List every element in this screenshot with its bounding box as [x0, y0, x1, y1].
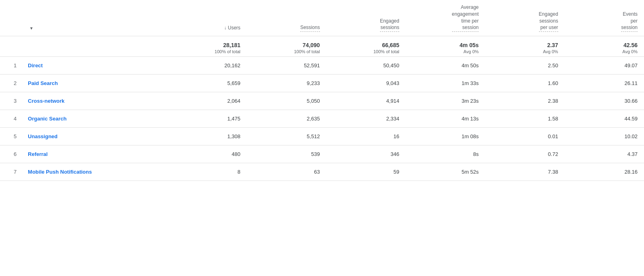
row-engaged-per-user: 2.50 [485, 57, 564, 75]
row-index: 5 [0, 128, 21, 145]
row-engaged-sessions: 59 [326, 163, 406, 181]
table-row: 2 Paid Search 5,659 9,233 9,043 1m 33s 1… [0, 75, 644, 92]
row-index: 6 [0, 145, 21, 163]
row-engaged-per-user: 0.72 [485, 145, 564, 163]
row-engaged-sessions: 50,450 [326, 57, 406, 75]
row-engaged-sessions: 4,914 [326, 92, 406, 110]
totals-engaged-sessions: 66,685 100% of total [326, 36, 406, 57]
engaged-per-user-label: Engagedsessionsper user [539, 11, 558, 32]
row-avg-engagement: 1m 33s [406, 75, 485, 92]
avg-engagement-label: Averageengagementtime persession [452, 4, 479, 32]
row-users: 1,475 [167, 110, 247, 128]
engaged-sessions-label: Engagedsessions [380, 18, 399, 32]
row-events-per-session: 49.07 [565, 57, 644, 75]
row-dimension[interactable]: Paid Search [21, 75, 167, 92]
row-events-per-session: 4.37 [565, 145, 644, 163]
report-table: ▾ ↓ Users Sessions Engagedsessions Avera… [0, 0, 644, 181]
sessions-label: Sessions [300, 24, 320, 32]
row-engaged-per-user: 7.38 [485, 163, 564, 181]
row-avg-engagement: 5m 52s [406, 163, 485, 181]
row-engaged-sessions: 346 [326, 145, 406, 163]
row-events-per-session: 44.59 [565, 110, 644, 128]
row-sessions: 539 [247, 145, 326, 163]
avg-engagement-header[interactable]: Averageengagementtime persession [406, 0, 485, 36]
row-users: 1,308 [167, 128, 247, 145]
users-label: ↓ Users [224, 25, 241, 32]
totals-dim [21, 36, 167, 57]
row-sessions: 63 [247, 163, 326, 181]
totals-sessions: 74,090 100% of total [247, 36, 326, 57]
row-events-per-session: 10.02 [565, 128, 644, 145]
totals-events-per-session: 42.56 Avg 0% [565, 36, 644, 57]
row-sessions: 9,233 [247, 75, 326, 92]
row-dimension[interactable]: Referral [21, 145, 167, 163]
totals-users: 28,181 100% of total [167, 36, 247, 57]
report-table-container: ▾ ↓ Users Sessions Engagedsessions Avera… [0, 0, 644, 181]
row-avg-engagement: 8s [406, 145, 485, 163]
table-row: 5 Unassigned 1,308 5,512 16 1m 08s 0.01 … [0, 128, 644, 145]
row-avg-engagement: 4m 13s [406, 110, 485, 128]
totals-index [0, 36, 21, 57]
table-row: 3 Cross-network 2,064 5,050 4,914 3m 23s… [0, 92, 644, 110]
row-index: 3 [0, 92, 21, 110]
table-row: 6 Referral 480 539 346 8s 0.72 4.37 [0, 145, 644, 163]
row-engaged-per-user: 2.38 [485, 92, 564, 110]
row-dimension[interactable]: Organic Search [21, 110, 167, 128]
row-index: 2 [0, 75, 21, 92]
totals-avg-engagement: 4m 05s Avg 0% [406, 36, 485, 57]
row-avg-engagement: 3m 23s [406, 92, 485, 110]
engaged-sessions-header[interactable]: Engagedsessions [326, 0, 406, 36]
row-sessions: 2,635 [247, 110, 326, 128]
events-per-session-label: Eventspersession [621, 11, 638, 32]
row-engaged-per-user: 0.01 [485, 128, 564, 145]
row-engaged-sessions: 16 [326, 128, 406, 145]
row-users: 8 [167, 163, 247, 181]
row-dimension[interactable]: Direct [21, 57, 167, 75]
row-engaged-sessions: 9,043 [326, 75, 406, 92]
dropdown-arrow-icon[interactable]: ▾ [30, 25, 33, 32]
row-avg-engagement: 4m 50s [406, 57, 485, 75]
totals-engaged-per-user: 2.37 Avg 0% [485, 36, 564, 57]
row-avg-engagement: 1m 08s [406, 128, 485, 145]
row-sessions: 5,512 [247, 128, 326, 145]
row-events-per-session: 28.16 [565, 163, 644, 181]
users-header[interactable]: ↓ Users [167, 0, 247, 36]
events-per-session-header[interactable]: Eventspersession [565, 0, 644, 36]
row-engaged-per-user: 1.60 [485, 75, 564, 92]
row-sessions: 5,050 [247, 92, 326, 110]
table-row: 4 Organic Search 1,475 2,635 2,334 4m 13… [0, 110, 644, 128]
table-row: 7 Mobile Push Notifications 8 63 59 5m 5… [0, 163, 644, 181]
row-engaged-per-user: 1.58 [485, 110, 564, 128]
row-users: 20,162 [167, 57, 247, 75]
row-index: 1 [0, 57, 21, 75]
row-engaged-sessions: 2,334 [326, 110, 406, 128]
row-index: 7 [0, 163, 21, 181]
row-users: 480 [167, 145, 247, 163]
row-dimension[interactable]: Mobile Push Notifications [21, 163, 167, 181]
row-users: 5,659 [167, 75, 247, 92]
dimension-header: ▾ [21, 0, 167, 36]
row-dimension[interactable]: Unassigned [21, 128, 167, 145]
row-index: 4 [0, 110, 21, 128]
row-sessions: 52,591 [247, 57, 326, 75]
index-header [0, 0, 21, 36]
row-dimension[interactable]: Cross-network [21, 92, 167, 110]
engaged-per-user-header[interactable]: Engagedsessionsper user [485, 0, 564, 36]
row-events-per-session: 30.66 [565, 92, 644, 110]
row-events-per-session: 26.11 [565, 75, 644, 92]
table-row: 1 Direct 20,162 52,591 50,450 4m 50s 2.5… [0, 57, 644, 75]
sessions-header[interactable]: Sessions [247, 0, 326, 36]
totals-row: 28,181 100% of total 74,090 100% of tota… [0, 36, 644, 57]
row-users: 2,064 [167, 92, 247, 110]
